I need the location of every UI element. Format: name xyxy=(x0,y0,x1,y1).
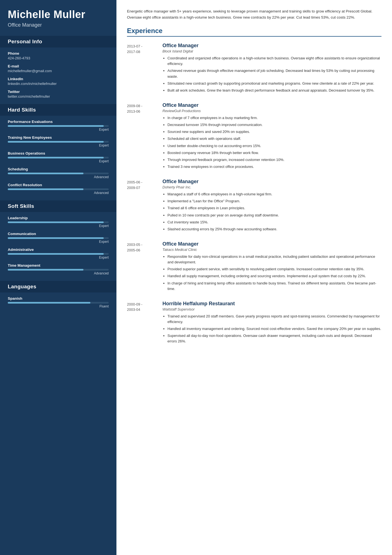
languages-title: Languages xyxy=(0,281,116,292)
exp-bullet-1-0: In charge of 7 office employees in a bus… xyxy=(167,115,381,121)
exp-dates-2: 2005-06 -2009-07 xyxy=(127,179,157,233)
experience-list: 2013-07 -2017-08Office ManagerBlock Isla… xyxy=(127,43,381,345)
exp-bullet-0-0: Coordinated and organized office operati… xyxy=(167,56,381,67)
resume-container: Michelle Muller Office Manager Personal … xyxy=(0,0,392,555)
exp-bullet-1-6: Through improved feedback program, incre… xyxy=(167,157,381,163)
exp-title-0: Office Manager xyxy=(162,43,381,49)
exp-dates-1: 2009-08 -2013-06 xyxy=(127,102,157,171)
exp-bullet-1-7: Trained 3 new employees in correct offic… xyxy=(167,164,381,170)
soft-skill-communication: Communication Expert xyxy=(8,232,109,244)
exp-bullet-1-5: Boosted company revenue 18% through bett… xyxy=(167,150,381,156)
exp-bullet-2-0: Managed a staff of 6 office employees in… xyxy=(167,191,381,197)
exp-bullet-2-1: Implemented a "Lean for the Office" Prog… xyxy=(167,198,381,204)
skill-conflict-resolution: Conflict Resolution Advanced xyxy=(8,183,109,195)
exp-bullet-4-0: Trained and supervised 20 staff members.… xyxy=(167,314,381,325)
exp-bullet-1-4: Used better double-checking to cut accou… xyxy=(167,143,381,149)
skill-training-new-employees: Training New Employees Expert xyxy=(8,135,109,147)
soft-skill-name-3: Time Management xyxy=(8,263,109,268)
languages-body: Spanish Fluent xyxy=(0,292,116,314)
skill-bar-bg-3 xyxy=(8,173,109,174)
exp-bullet-2-5: Slashed accounting errors by 25% through… xyxy=(167,226,381,232)
soft-skill-level-2: Expert xyxy=(8,256,109,259)
candidate-job-title: Office Manager xyxy=(8,22,109,28)
skill-bar-bg-4 xyxy=(8,188,109,190)
skill-level-3: Advanced xyxy=(8,175,109,179)
candidate-name: Michelle Muller xyxy=(8,9,109,21)
soft-skill-bar-fill-0 xyxy=(8,221,104,223)
exp-content-4: Horrible Heffalump RestaurantWaitstaff S… xyxy=(162,301,381,346)
skill-bar-fill-2 xyxy=(8,157,104,158)
twitter-item: Twitter twitter.com/michellefmuller xyxy=(8,90,109,99)
lang-level-0: Fluent xyxy=(8,304,109,308)
exp-content-3: Office ManagerTakacs Medical ClinicRespo… xyxy=(162,241,381,293)
skill-bar-bg-1 xyxy=(8,141,109,143)
soft-skill-bar-fill-1 xyxy=(8,237,104,239)
languages-section: Languages Spanish Fluent xyxy=(0,281,116,314)
summary: Energetic office manager with 5+ years e… xyxy=(127,8,381,20)
skill-scheduling: Scheduling Advanced xyxy=(8,167,109,179)
exp-company-0: Block Island Digital xyxy=(162,49,381,53)
linkedin-value: linkedin.com/in/michellefmuller xyxy=(8,82,109,86)
skill-level-4: Advanced xyxy=(8,191,109,195)
exp-bullets-2: Managed a staff of 6 office employees in… xyxy=(162,191,381,232)
exp-company-3: Takacs Medical Clinic xyxy=(162,248,381,252)
skill-bar-fill-0 xyxy=(8,125,104,127)
soft-skills-body: Leadership Expert Communication Expert A… xyxy=(0,212,116,281)
hard-skills-body: Performance Evaluations Expert Training … xyxy=(0,116,116,200)
experience-section-title: Experience xyxy=(127,27,381,37)
exp-bullet-1-1: Decreased turnover 15% through improved … xyxy=(167,122,381,128)
skill-level-0: Expert xyxy=(8,128,109,132)
soft-skill-level-0: Expert xyxy=(8,224,109,228)
email-label: E-mail xyxy=(8,64,109,68)
personal-info-title: Personal Info xyxy=(0,36,116,47)
twitter-value: twitter.com/michellefmuller xyxy=(8,94,109,99)
soft-skill-bar-bg-0 xyxy=(8,221,109,223)
exp-bullet-3-0: Responsible for daily non-clinical opera… xyxy=(167,254,381,265)
exp-title-4: Horrible Heffalump Restaurant xyxy=(162,301,381,307)
exp-bullets-3: Responsible for daily non-clinical opera… xyxy=(162,254,381,292)
skill-level-1: Expert xyxy=(8,143,109,147)
experience-entry-0: 2013-07 -2017-08Office ManagerBlock Isla… xyxy=(127,43,381,95)
experience-entry-4: 2000-09 -2003-04Horrible Heffalump Resta… xyxy=(127,301,381,346)
soft-skill-administrative: Administrative Expert xyxy=(8,248,109,259)
soft-skills-title: Soft Skills xyxy=(0,200,116,212)
skill-bar-fill-4 xyxy=(8,188,83,190)
soft-skill-name-0: Leadership xyxy=(8,216,109,220)
skill-business-operations: Business Operations Expert xyxy=(8,151,109,163)
soft-skills-section: Soft Skills Leadership Expert Communicat… xyxy=(0,200,116,281)
email-item: E-mail michellefmuller@gmail.com xyxy=(8,64,109,73)
exp-company-2: Doherty Phair Inc. xyxy=(162,185,381,189)
skill-bar-bg-0 xyxy=(8,125,109,127)
skill-name-2: Business Operations xyxy=(8,151,109,155)
sidebar-header: Michelle Muller Office Manager xyxy=(0,0,116,36)
skill-level-2: Expert xyxy=(8,159,109,163)
soft-skill-time-management: Time Management Advanced xyxy=(8,263,109,275)
soft-skill-name-2: Administrative xyxy=(8,248,109,252)
hard-skills-section: Hard Skills Performance Evaluations Expe… xyxy=(0,104,116,200)
soft-skill-bar-fill-2 xyxy=(8,253,104,255)
lang-spanish: Spanish Fluent xyxy=(8,296,109,308)
exp-bullets-1: In charge of 7 office employees in a bus… xyxy=(162,115,381,170)
experience-entry-3: 2003-05 -2005-06Office ManagerTakacs Med… xyxy=(127,241,381,293)
linkedin-item: LinkedIn linkedin.com/in/michellefmuller xyxy=(8,77,109,86)
exp-dates-4: 2000-09 -2003-04 xyxy=(127,301,157,346)
exp-bullet-1-3: Scheduled all client work with operation… xyxy=(167,136,381,142)
soft-skill-level-1: Expert xyxy=(8,240,109,244)
skill-name-4: Conflict Resolution xyxy=(8,183,109,187)
hard-skills-title: Hard Skills xyxy=(0,104,116,116)
exp-content-2: Office ManagerDoherty Phair Inc.Managed … xyxy=(162,179,381,233)
exp-bullet-0-2: Stimulated new contract growth by suppor… xyxy=(167,81,381,86)
soft-skill-leadership: Leadership Expert xyxy=(8,216,109,228)
exp-bullet-3-2: Handled all supply management, including… xyxy=(167,273,381,279)
soft-skill-name-1: Communication xyxy=(8,232,109,236)
exp-bullet-3-3: In charge of hiring and training temp of… xyxy=(167,281,381,292)
experience-entry-1: 2009-08 -2013-06Office ManagerReviewGull… xyxy=(127,102,381,171)
soft-skill-bar-bg-3 xyxy=(8,269,109,271)
twitter-label: Twitter xyxy=(8,90,109,94)
exp-bullets-0: Coordinated and organized office operati… xyxy=(162,56,381,93)
phone-value: 424-260-4793 xyxy=(8,56,109,60)
personal-info-body: Phone 424-260-4793 E-mail michellefmulle… xyxy=(0,47,116,104)
exp-bullet-2-2: Trained all 6 office employees in Lean p… xyxy=(167,205,381,211)
exp-bullet-4-1: Handled all inventory management and ord… xyxy=(167,326,381,332)
exp-content-0: Office ManagerBlock Island DigitalCoordi… xyxy=(162,43,381,95)
